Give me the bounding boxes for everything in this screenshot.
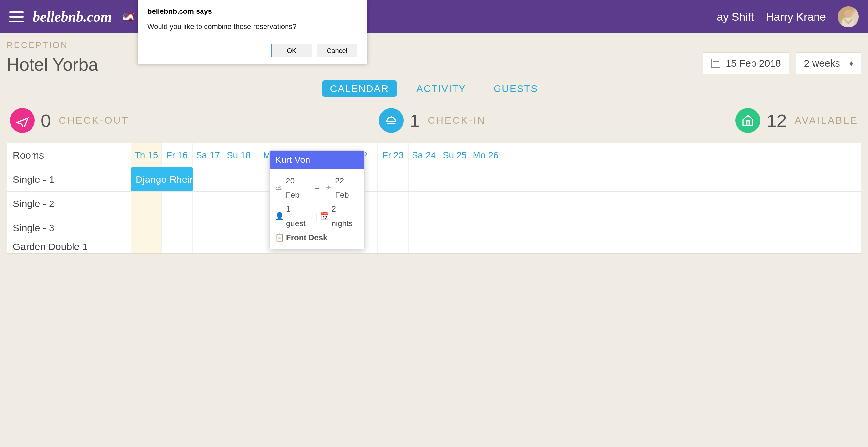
bell-icon [379,108,404,133]
user-name[interactable]: Harry Krane [766,10,826,23]
popover-title: Kurt Von [270,151,364,169]
popover-source: Front Desk [286,230,327,244]
menu-icon[interactable] [9,11,24,22]
dialog-message: Would you like to combine these reservat… [147,22,358,31]
tab-guests[interactable]: GUESTS [486,81,546,97]
room-label: Garden Double 1 [7,240,131,253]
topbar: bellebnb.com 🇺🇸 ay Shift Harry Krane [0,0,868,33]
logo[interactable]: bellebnb.com [33,8,112,25]
locale-flag-icon[interactable]: 🇺🇸 [122,11,134,22]
chevron-updown-icon: ♦ [849,59,853,68]
note-icon: 📋 [275,231,283,244]
day-header[interactable]: Sa 24 [409,143,439,167]
stat-checkout[interactable]: 0 CHECK-OUT [10,108,129,133]
section-label: RECEPTION [6,40,862,50]
rooms-header: Rooms [7,143,131,167]
range-value: 2 weeks [804,58,840,69]
bell-icon: 🛎 [275,181,283,194]
dialog-title: bellebnb.com says [147,7,358,16]
ok-button[interactable]: OK [271,44,312,57]
avatar[interactable] [838,6,859,27]
svg-point-0 [844,9,852,18]
plane-icon [10,108,35,133]
room-label: Single - 3 [7,216,131,240]
date-picker[interactable]: 15 Feb 2018 [703,52,789,74]
stat-available[interactable]: 12 AVAILABLE [736,108,858,133]
tabs: CALENDAR ACTIVITY GUESTS [322,81,546,97]
booking-popover: Kurt Von 🛎 20 Feb → ✈ 22 Feb 👤 1 guest |… [270,150,365,249]
room-label: Single - 2 [7,192,131,216]
day-header[interactable]: Sa 17 [193,143,223,167]
home-icon [736,108,761,133]
shift-label[interactable]: ay Shift [717,10,754,23]
cancel-button[interactable]: Cancel [317,44,358,57]
calendar-icon [711,59,720,68]
calendar-icon: 📅 [320,210,328,223]
tab-calendar[interactable]: CALENDAR [322,81,397,97]
day-header[interactable]: Fr 16 [162,143,193,167]
date-value: 15 Feb 2018 [725,58,781,69]
range-picker[interactable]: 2 weeks ♦ [796,52,862,74]
plane-icon: ✈ [324,181,332,194]
day-header[interactable]: Mo 26 [470,143,501,167]
day-header[interactable]: Su 18 [223,143,254,167]
calendar-grid: Rooms Th 15 Fr 16 Sa 17 Su 18 Mo 22 Fr 2… [6,143,862,254]
page-title: Hotel Yorba [6,54,98,74]
room-label: Single - 1 [7,168,131,191]
day-header[interactable]: Fr 23 [378,143,409,167]
day-header[interactable]: Su 25 [439,143,470,167]
confirm-dialog: bellebnb.com says Would you like to comb… [137,0,367,64]
stat-checkin[interactable]: 1 CHECK-IN [379,108,486,133]
booking-django[interactable]: Django Rheinha [131,168,193,191]
day-header[interactable]: Th 15 [131,143,162,167]
person-icon: 👤 [275,210,283,223]
tab-activity[interactable]: ACTIVITY [409,81,474,97]
